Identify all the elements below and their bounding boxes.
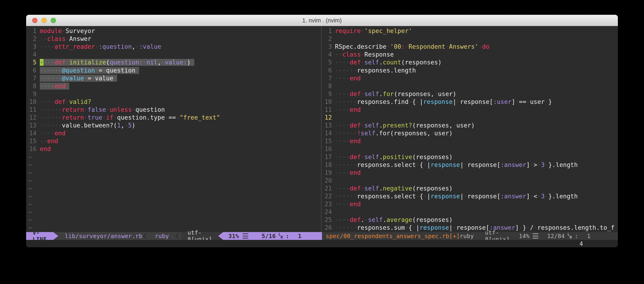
code-line[interactable]: 7····end [322, 74, 618, 82]
code-line[interactable]: 25····def.·self.average(responses) [322, 216, 618, 224]
position-segment: 31% 5/16 LN : 1 [223, 232, 334, 240]
code-line[interactable]: 8····end [26, 82, 321, 90]
line-number: 14 [26, 130, 36, 137]
minimize-button[interactable] [42, 18, 47, 23]
line-number: 24 [322, 208, 332, 215]
empty-buffer-line: ~ [26, 184, 321, 192]
code-line[interactable]: 2··class·Answer [26, 35, 321, 43]
close-button[interactable] [32, 18, 38, 23]
scroll-percent: 31% [228, 233, 239, 239]
line-number: 13 [26, 122, 36, 129]
line-number: 13 [322, 122, 332, 129]
empty-buffer-line: ~ [26, 208, 321, 216]
code-line[interactable]: 18······responses.select·{·|response|·re… [322, 161, 618, 169]
line-number: 12 [26, 114, 36, 121]
code-line[interactable]: 5····def·initialize(question:·nil,·value… [26, 58, 321, 66]
code-line[interactable]: 7······@value·=·value [26, 74, 321, 82]
line-number: 20 [322, 177, 332, 184]
line-number: 8 [322, 83, 332, 90]
line-number: 6 [26, 67, 36, 74]
line-number: 5 [322, 59, 332, 66]
line-position: 12/84 [547, 233, 565, 239]
line-number: 3 [26, 43, 36, 50]
code-line[interactable]: 3····attr_reader·:question,·:value [26, 43, 321, 51]
code-line[interactable]: 12······return·true·if·question.type·==·… [26, 114, 321, 122]
line-number: 3 [322, 43, 332, 50]
code-line[interactable]: 21····def·self.negative(responses) [322, 184, 618, 192]
filetype-indicator: ruby [150, 232, 175, 240]
window-titlebar[interactable]: 1. nvim . (nvim) [26, 15, 618, 26]
line-number: 10 [322, 98, 332, 105]
lines-icon [533, 233, 538, 239]
code-line[interactable]: 11······return·false·unless·question [26, 106, 321, 114]
visual-selection: ······@value·=·value [40, 75, 117, 82]
code-line[interactable]: 11····end [322, 106, 618, 114]
code-line[interactable]: 13······value.between?(1,·5) [26, 122, 321, 129]
code-line[interactable]: 10····def·valid? [26, 98, 321, 106]
window-controls [32, 15, 56, 26]
code-line[interactable]: 4··class·Response [322, 51, 618, 58]
code-line[interactable]: 8 [322, 82, 618, 90]
chevron-left-icon [175, 232, 182, 240]
code-line[interactable]: 10······responses.find·{·|response|·resp… [322, 98, 618, 106]
terminal-window: 1. nvim . (nvim) 1module·Surveyor2··clas… [26, 15, 618, 247]
code-line[interactable]: 19····end [322, 169, 618, 177]
right-editor-pane[interactable]: 1require·'spec_helper'23RSpec.describe·'… [322, 26, 618, 232]
code-line[interactable]: 2 [322, 35, 618, 43]
code-line[interactable]: 9····def·self.for(responses,·user) [322, 90, 618, 98]
line-number: 5 [26, 59, 36, 66]
command-line[interactable]: 4 [26, 240, 618, 247]
line-number: 15 [322, 138, 332, 144]
code-line[interactable]: 4 [26, 51, 321, 58]
line-number: 17 [322, 153, 332, 160]
code-line[interactable]: 15··end [26, 137, 321, 145]
empty-buffer-line: ~ [26, 192, 321, 200]
line-number: 7 [322, 75, 332, 82]
code-line[interactable]: 20 [322, 177, 618, 184]
line-number: 26 [322, 224, 332, 231]
empty-buffer-line: ~ [26, 153, 321, 161]
code-line[interactable]: 12 [322, 114, 618, 122]
line-number: 9 [322, 91, 332, 97]
code-line[interactable]: 1module·Surveyor [26, 27, 321, 35]
code-line[interactable]: 16 [322, 145, 618, 153]
code-line[interactable]: 23····end [322, 200, 618, 208]
code-line[interactable]: 3RSpec.describe·'00:·Respondent·Answers'… [322, 43, 618, 51]
left-editor-pane[interactable]: 1module·Surveyor2··class·Answer3····attr… [26, 26, 322, 232]
mode-indicator: V-LINE [26, 232, 53, 240]
lines-icon [243, 233, 248, 239]
column-number: 1 [587, 233, 590, 239]
zoom-button[interactable] [51, 18, 56, 23]
code-line[interactable]: 26······responses.sum·{·|response|·respo… [322, 224, 618, 232]
code-line[interactable]: 9 [26, 90, 321, 98]
line-number: 19 [322, 169, 332, 176]
ruler-colon: : [286, 233, 289, 239]
code-line[interactable]: 6······responses.length [322, 66, 618, 74]
line-number: 14 [322, 130, 332, 137]
line-number: 12 [322, 114, 332, 121]
code-line[interactable]: 17····def·self.positive(responses) [322, 153, 618, 161]
line-number: 1 [322, 27, 332, 34]
line-number: 6 [322, 67, 332, 74]
code-line[interactable]: 5····def·self.count(responses) [322, 58, 618, 66]
filetype-indicator: ruby [460, 233, 474, 239]
line-number-icon: LN [568, 233, 572, 239]
line-number: 4 [26, 51, 36, 58]
line-number: 21 [322, 185, 332, 192]
empty-buffer-line: ~ [26, 177, 321, 184]
code-line[interactable]: 14····end [26, 129, 321, 137]
code-line[interactable]: 1require·'spec_helper' [322, 27, 618, 35]
line-number: 4 [322, 51, 332, 58]
code-line[interactable]: 15····end [322, 137, 618, 145]
line-number: 18 [322, 161, 332, 168]
code-line[interactable]: 13····def·self.present?(responses,·user) [322, 122, 618, 129]
encoding-indicator: utf-8[unix] [182, 232, 218, 240]
code-line[interactable]: 6······@question·=·question [26, 66, 321, 74]
line-number: 2 [322, 35, 332, 42]
code-line[interactable]: 22······responses.select·{·|response|·re… [322, 192, 618, 200]
code-line[interactable]: 24 [322, 208, 618, 216]
chevron-left-icon [142, 232, 150, 240]
code-line[interactable]: 16end [26, 145, 321, 153]
line-number: 15 [26, 138, 36, 144]
code-line[interactable]: 14······!self.for(responses,·user) [322, 129, 618, 137]
